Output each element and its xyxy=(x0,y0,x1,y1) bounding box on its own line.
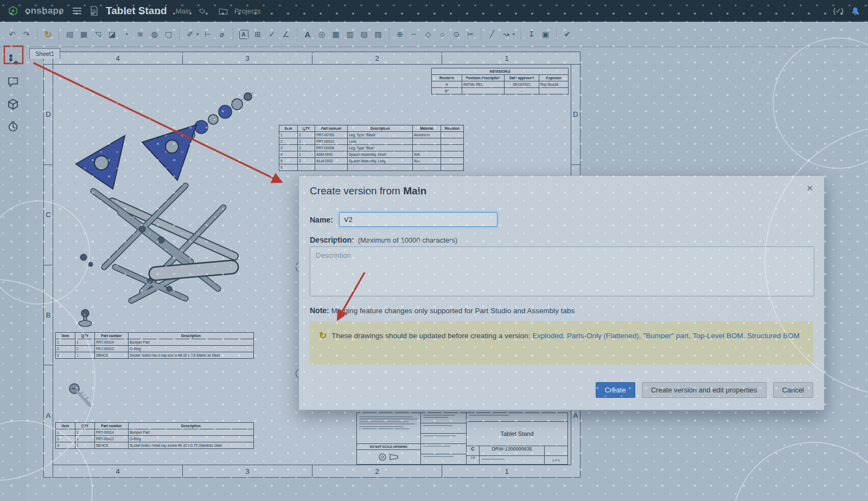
revisions-table: REVISIONS RevisionRevision descriptionDa… xyxy=(431,68,569,94)
zone-label: 3 xyxy=(182,52,312,64)
dialog-title: Create version from Main xyxy=(310,185,426,197)
description-textarea[interactable] xyxy=(310,246,814,296)
drawing-update-link[interactable]: Exploded xyxy=(532,332,563,340)
sheet-check-icon[interactable]: ✔ xyxy=(560,27,574,41)
note-icon[interactable]: A xyxy=(239,30,248,39)
create-button[interactable]: Create xyxy=(596,382,635,398)
version-name-input[interactable] xyxy=(339,212,497,227)
trim-icon[interactable]: ✂ xyxy=(464,27,477,41)
logo-text: onshape xyxy=(25,5,64,16)
inspection-symbol-icon[interactable]: ◎ xyxy=(315,27,329,41)
drawing-update-link[interactable]: Structured BOM xyxy=(747,332,800,340)
bom-header-cell: QTY xyxy=(75,423,95,429)
redo-icon[interactable]: ↷ xyxy=(20,27,33,41)
insertables-cube-icon[interactable] xyxy=(5,97,21,112)
drawing-update-link[interactable]: "Bumper" part xyxy=(643,332,688,340)
bom-header-cell: Item xyxy=(279,125,298,132)
bom-row: 32PRT-00008 Leg, Type "Blue" xyxy=(279,145,464,151)
bom-header-cell: Part number xyxy=(95,423,129,429)
zone-label: C xyxy=(44,164,53,265)
bom-table-b: ItemQTYPart numberDescription 11PRT-0001… xyxy=(55,332,254,359)
title-block: DO NOT SCALE DRAWING xyxy=(356,413,568,465)
drawing-update-link[interactable]: Parts-Only (Flattened) xyxy=(567,332,639,340)
description-hint: (Maximum of 10000 characters) xyxy=(358,236,458,244)
sheet-tab[interactable]: Sheet1 xyxy=(29,48,60,59)
sheet-count: 1 of 1 xyxy=(545,456,567,464)
zone-label: 1 xyxy=(442,52,571,64)
bom-row: 31SBHCSSocket button head cap screw #8-3… xyxy=(56,442,254,449)
update-views-icon[interactable]: ↻ xyxy=(41,27,55,41)
section-view-icon[interactable]: ◪ xyxy=(105,27,119,41)
point-icon[interactable]: ⊙ xyxy=(450,27,463,41)
bom-header-cell: Item xyxy=(56,423,75,429)
ordinate-dimension-icon[interactable]: ⊢ xyxy=(201,27,215,41)
centermark-icon[interactable]: ⊕ xyxy=(393,27,407,41)
document-title[interactable]: Tablet Stand xyxy=(106,5,167,17)
drawings-update-warning: ↻These drawings should be updated before… xyxy=(310,321,813,365)
spline-caret-icon[interactable]: ▾ xyxy=(511,27,517,41)
broken-view-icon[interactable]: ≋ xyxy=(133,27,147,41)
code-icon[interactable]: {✓} xyxy=(833,7,844,15)
revisions-header-cell: Approver xyxy=(539,75,569,81)
insert-view-icon[interactable]: ▤ xyxy=(63,27,76,41)
export-image-icon[interactable]: ▣ xyxy=(539,27,552,41)
create-version-icon[interactable] xyxy=(5,52,21,67)
geometric-tolerance-icon[interactable]: ⊞ xyxy=(251,27,265,41)
circle-icon[interactable]: ○ xyxy=(436,27,449,41)
zone-label: 2 xyxy=(312,52,442,64)
update-warning-icon[interactable]: ↻ xyxy=(319,331,327,341)
notification-bell-icon[interactable] xyxy=(850,6,860,16)
surface-finish-icon[interactable]: ✓ xyxy=(265,27,279,41)
warning-links: ExplodedParts-Only (Flattened)"Bumper" p… xyxy=(532,332,800,340)
bom-table-main: ItemQTYPart numberDescriptionMaterialRev… xyxy=(279,125,464,171)
crop-view-icon[interactable]: ▢ xyxy=(162,27,175,41)
divider xyxy=(481,28,482,41)
project-link[interactable]: Projects xyxy=(234,7,261,15)
zone-ruler-left: DCBA xyxy=(44,64,53,465)
bumper-part-drawing xyxy=(74,308,96,332)
app-header: onshape Tablet Stand Main Projects {✓} xyxy=(0,0,868,22)
drawing-update-link[interactable]: Top-Level BOM xyxy=(693,332,743,340)
auxiliary-view-icon[interactable]: ◹ xyxy=(91,27,105,41)
undo-icon[interactable]: ↶ xyxy=(5,27,19,41)
zone-ruler-bottom: 4321 xyxy=(53,465,571,477)
title-block-title: Tablet Stand xyxy=(467,422,567,446)
text-icon[interactable]: A xyxy=(301,27,315,41)
line-icon[interactable]: ╱ xyxy=(486,27,499,41)
close-icon[interactable]: ✕ xyxy=(806,183,813,193)
revisions-header-cell: Revision xyxy=(432,75,462,81)
bom-table-icon[interactable]: ▥ xyxy=(343,27,357,41)
comment-icon[interactable] xyxy=(5,74,21,90)
revision-table-icon[interactable]: ▧ xyxy=(372,27,385,41)
dimension-caret-icon[interactable]: ▾ xyxy=(195,27,201,41)
document-icon xyxy=(90,6,98,16)
create-and-edit-button[interactable]: Create version and edit properties xyxy=(642,382,767,398)
divider xyxy=(556,28,557,41)
bom-header-cell: Part number xyxy=(95,333,129,339)
merge-note: Note: Merging feature changes only suppo… xyxy=(310,306,575,315)
bom-header-cell: Revision xyxy=(441,125,464,132)
bom-header-cell: QTY xyxy=(75,333,95,339)
main-menu-icon[interactable] xyxy=(73,10,81,11)
bom-header-cell: Description xyxy=(129,333,254,339)
diameter-dimension-icon[interactable]: ⌀ xyxy=(215,27,229,41)
divider xyxy=(37,28,37,41)
table-icon[interactable]: ▦ xyxy=(329,27,343,41)
hole-table-icon[interactable]: ▤ xyxy=(358,27,371,41)
centerline-icon[interactable]: ┄ xyxy=(407,27,421,41)
workspace-name[interactable]: Main xyxy=(176,7,191,15)
polygon-icon[interactable]: ◇ xyxy=(422,27,435,41)
detail-view-icon[interactable]: ◔ xyxy=(119,27,133,41)
leader-icon[interactable]: ∠ xyxy=(279,27,293,41)
projected-view-icon[interactable]: ▦ xyxy=(77,27,91,41)
history-clock-icon[interactable] xyxy=(5,119,21,134)
zone-label: 4 xyxy=(53,52,182,64)
drawing-number: DRW-1300000635 xyxy=(480,446,545,455)
divider xyxy=(179,28,180,41)
export-dxf-icon[interactable]: ↧ xyxy=(525,27,538,41)
bom-header-cell: Item xyxy=(56,333,75,339)
cancel-button[interactable]: Cancel xyxy=(773,382,813,398)
break-out-section-icon[interactable]: ◍ xyxy=(148,27,161,41)
zone-label: A xyxy=(44,365,53,465)
link-icon[interactable] xyxy=(197,7,207,16)
